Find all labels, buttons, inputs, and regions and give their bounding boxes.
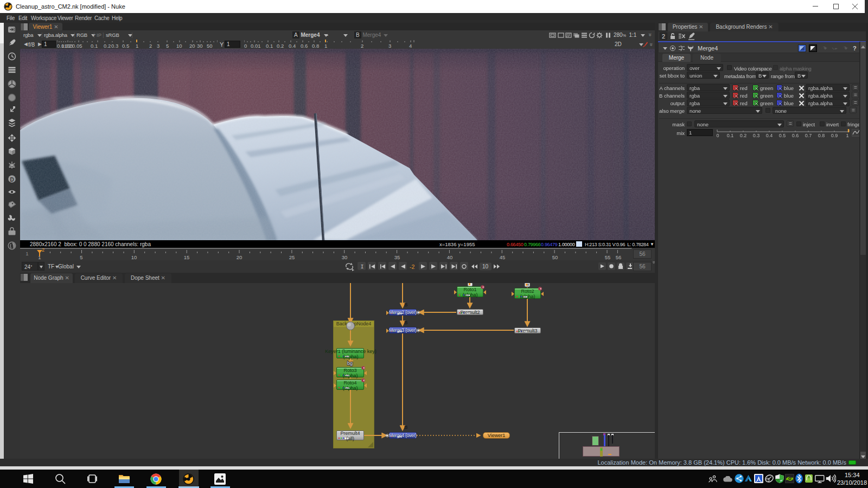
svg-text:40: 40 [447, 254, 453, 260]
svg-text:0.7: 0.7 [805, 133, 812, 138]
svg-text:0.2: 0.2 [740, 133, 747, 138]
svg-text:0.01: 0.01 [251, 43, 261, 49]
svg-text:I: I [361, 264, 364, 270]
svg-text:0.9: 0.9 [831, 133, 838, 138]
svg-text:0.4: 0.4 [289, 43, 296, 49]
svg-text:0: 0 [716, 133, 719, 138]
svg-text:10: 10 [131, 254, 137, 260]
svg-text:1: 1 [136, 43, 138, 49]
svg-text:50: 50 [207, 43, 213, 49]
svg-text:20: 20 [237, 254, 242, 260]
svg-text:B: B [404, 425, 408, 430]
svg-text:B: B [404, 302, 408, 307]
svg-text:0.3: 0.3 [111, 43, 118, 49]
svg-text:2: 2 [361, 43, 363, 49]
svg-text:50: 50 [552, 254, 558, 260]
svg-text:0.8: 0.8 [312, 43, 319, 49]
svg-text:0.6: 0.6 [792, 133, 799, 138]
svg-text:1: 1 [25, 251, 28, 256]
svg-text:5: 5 [80, 254, 82, 260]
svg-text:3: 3 [157, 43, 159, 49]
svg-text:3: 3 [388, 43, 391, 49]
svg-text:30: 30 [342, 254, 348, 260]
svg-text:0.5: 0.5 [779, 133, 786, 138]
svg-text:B: B [404, 320, 408, 325]
svg-text:0.1: 0.1 [266, 43, 273, 49]
svg-text:30: 30 [197, 43, 203, 49]
svg-text:1: 1 [846, 133, 848, 138]
svg-text:0.2: 0.2 [277, 43, 284, 49]
svg-text:2: 2 [149, 43, 152, 49]
svg-text:5: 5 [166, 43, 169, 49]
svg-text:56: 56 [616, 254, 622, 260]
svg-text:10: 10 [176, 43, 182, 49]
svg-text:0.1: 0.1 [91, 43, 98, 49]
svg-text:0.1: 0.1 [727, 133, 734, 138]
svg-text:15: 15 [184, 254, 190, 260]
svg-text:0.05: 0.05 [72, 43, 82, 49]
svg-text:55: 55 [605, 254, 611, 260]
svg-text:-2: -2 [410, 264, 414, 270]
svg-text:0.4: 0.4 [766, 133, 773, 138]
svg-text:0.8: 0.8 [818, 133, 825, 138]
svg-text:0.3: 0.3 [753, 133, 760, 138]
svg-text:35: 35 [394, 254, 400, 260]
svg-text:20: 20 [189, 43, 195, 49]
svg-text:25: 25 [289, 254, 295, 260]
svg-text:2: 2 [42, 248, 44, 253]
svg-text:10: 10 [482, 264, 489, 269]
svg-text:D: D [10, 177, 14, 183]
svg-text:bg: bg [347, 361, 353, 366]
svg-text:0.2: 0.2 [104, 43, 111, 49]
svg-text:1: 1 [324, 43, 327, 49]
svg-text:0: 0 [244, 43, 247, 49]
svg-text:45: 45 [500, 254, 506, 260]
svg-text:0.6: 0.6 [301, 43, 308, 49]
svg-text:0.5: 0.5 [122, 43, 129, 49]
svg-text:4: 4 [409, 43, 412, 49]
